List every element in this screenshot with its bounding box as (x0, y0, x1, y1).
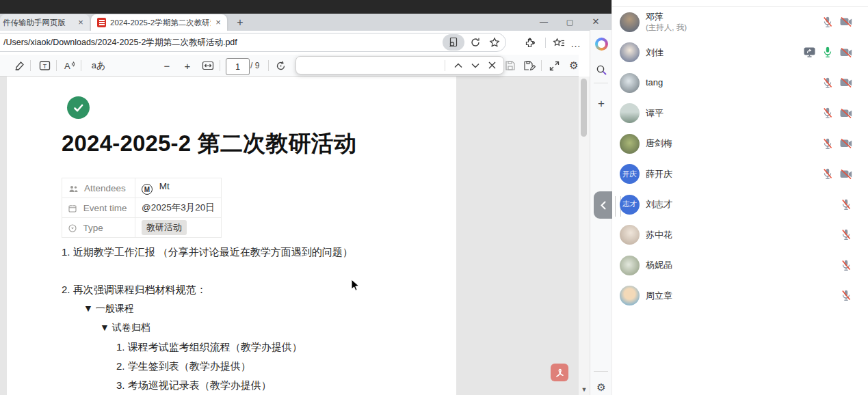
mic-muted-icon[interactable] (840, 199, 852, 210)
property-value: @2025年3月20日 (142, 202, 215, 213)
screen-share-icon (803, 47, 815, 58)
tab-title: 2024-2025-2学期第二次教研活动 (110, 18, 211, 28)
browser-window: 件传输助手网页版 × 2024-2025-2学期第二次教研活动 × + — ▢ … (0, 0, 611, 395)
camera-off-icon[interactable] (840, 47, 852, 58)
address-bar[interactable]: /Users/xiaok/Downloads/2024-2025-2学期第二次教… (0, 33, 506, 52)
avatar (620, 12, 640, 32)
zoom-out-icon[interactable]: − (159, 59, 174, 72)
document-list-item: ▼ 一般课程 (83, 303, 134, 316)
save-as-icon[interactable] (522, 59, 537, 72)
new-tab-button[interactable]: + (233, 16, 247, 29)
participant-row[interactable]: 苏中花 (612, 220, 868, 251)
mic-muted-icon[interactable] (821, 138, 834, 149)
camera-off-icon[interactable] (840, 138, 852, 149)
extensions-icon[interactable] (521, 36, 538, 50)
camera-off-icon[interactable] (840, 77, 852, 88)
refresh-icon[interactable] (467, 34, 484, 51)
camera-off-icon[interactable] (840, 108, 852, 119)
highlighter-icon[interactable] (12, 59, 27, 72)
participant-name: 薛开庆 (646, 169, 672, 180)
sidebar-search-icon[interactable] (594, 63, 608, 77)
find-previous-icon[interactable] (449, 59, 466, 72)
property-label: Attendees (84, 183, 126, 193)
tab-file-transfer[interactable]: 件传输助手网页版 × (0, 14, 90, 31)
tab-bar: 件传输助手网页版 × 2024-2025-2学期第二次教研活动 × + — ▢ … (0, 14, 611, 31)
camera-off-icon[interactable] (840, 169, 852, 180)
scroll-down-icon[interactable]: ▼ (579, 386, 590, 393)
copilot-icon[interactable] (594, 37, 608, 51)
mic-muted-icon[interactable] (821, 108, 834, 119)
mic-on-icon[interactable] (821, 47, 834, 58)
translate-icon[interactable]: aあ (87, 59, 110, 72)
pdf-scrollbar[interactable]: ▼ (579, 77, 590, 395)
rotate-icon[interactable] (273, 59, 288, 72)
document-list-item: 2. 学生签到表（教学办提供） (116, 360, 251, 374)
close-button[interactable]: ✕ (583, 14, 609, 31)
close-tab-icon[interactable]: × (76, 18, 86, 27)
fullscreen-icon[interactable] (547, 59, 562, 72)
document-list-item: 2. 再次强调课程归档材料规范： (62, 284, 207, 297)
avatar (620, 42, 640, 62)
mic-muted-icon[interactable] (840, 290, 852, 301)
property-value: Mt (159, 181, 170, 191)
find-input[interactable] (303, 60, 439, 71)
find-close-icon[interactable] (484, 59, 501, 72)
maximize-button[interactable]: ▢ (557, 14, 583, 31)
participant-list: 邓萍 (主持人, 我) 刘佳 (612, 6, 868, 311)
zoom-in-icon[interactable]: + (180, 59, 195, 72)
property-row-attendees: Attendees M Mt (62, 178, 222, 198)
address-text[interactable]: /Users/xiaok/Downloads/2024-2025-2学期第二次教… (3, 37, 443, 49)
read-aloud-icon[interactable]: A (62, 59, 77, 72)
participant-row[interactable]: 谭平 (612, 98, 868, 129)
mic-muted-icon[interactable] (821, 77, 834, 88)
add-text-icon[interactable]: T (37, 59, 52, 72)
close-tab-icon[interactable]: × (213, 18, 223, 27)
mic-muted-icon[interactable] (821, 169, 834, 180)
save-icon[interactable] (503, 59, 518, 72)
favorite-star-icon[interactable] (486, 34, 503, 51)
participant-row[interactable]: 刘佳 (612, 38, 868, 68)
document-search-icon[interactable] (443, 34, 464, 51)
pdf-file-icon (97, 18, 106, 27)
scrollbar-thumb[interactable] (581, 79, 587, 137)
attendee-badge: M (142, 184, 153, 195)
camera-off-icon[interactable] (840, 16, 852, 27)
pdf-viewer: 2024-2025-2 第二次教研活动 Attendees M Mt (0, 77, 579, 395)
participant-row[interactable]: 志才 刘志才 (612, 189, 868, 220)
participant-row[interactable]: 邓萍 (主持人, 我) (612, 7, 868, 38)
participant-row[interactable]: 唐剑梅 (612, 128, 868, 159)
participant-row[interactable]: 周立章 (612, 281, 868, 312)
tab-pdf-document[interactable]: 2024-2025-2学期第二次教研活动 × (91, 14, 227, 31)
mouse-cursor (351, 279, 360, 292)
sidebar-add-icon[interactable]: + (594, 97, 608, 111)
participant-row[interactable]: 杨妮晶 (612, 250, 868, 281)
tab-title: 件传输助手网页版 (3, 18, 73, 28)
fit-to-width-icon[interactable] (200, 59, 215, 72)
participant-name: 周立章 (646, 290, 672, 301)
minimize-button[interactable]: — (531, 14, 557, 31)
more-menu-icon[interactable]: … (568, 36, 584, 50)
property-label: Type (83, 223, 103, 233)
participant-name: 唐剑梅 (646, 138, 672, 149)
type-tag: 教研活动 (142, 220, 187, 235)
find-next-icon[interactable] (466, 59, 484, 72)
avatar: 开庆 (620, 164, 640, 184)
mic-muted-icon[interactable] (840, 260, 852, 271)
avatar (620, 256, 640, 275)
participant-row[interactable]: 开庆 薛开庆 (612, 159, 868, 190)
sidebar-settings-gear-icon[interactable]: ⚙ (594, 381, 608, 394)
avatar: 志才 (620, 195, 640, 215)
toolbar-separator (545, 38, 546, 48)
participant-role: (主持人, 我) (646, 23, 687, 33)
mic-muted-icon[interactable] (840, 230, 852, 241)
mic-muted-icon[interactable] (821, 16, 834, 27)
favorites-hub-icon[interactable] (551, 36, 567, 50)
svg-text:A: A (64, 61, 70, 71)
participant-row[interactable]: tang (612, 68, 868, 98)
page-number-input[interactable] (226, 58, 250, 75)
property-row-event-time: Event time @2025年3月20日 (62, 198, 222, 218)
acrobat-button[interactable] (551, 364, 568, 381)
panel-collapse-handle[interactable] (594, 191, 612, 219)
pdf-settings-gear-icon[interactable]: ⚙ (566, 59, 581, 72)
avatar (620, 134, 640, 154)
